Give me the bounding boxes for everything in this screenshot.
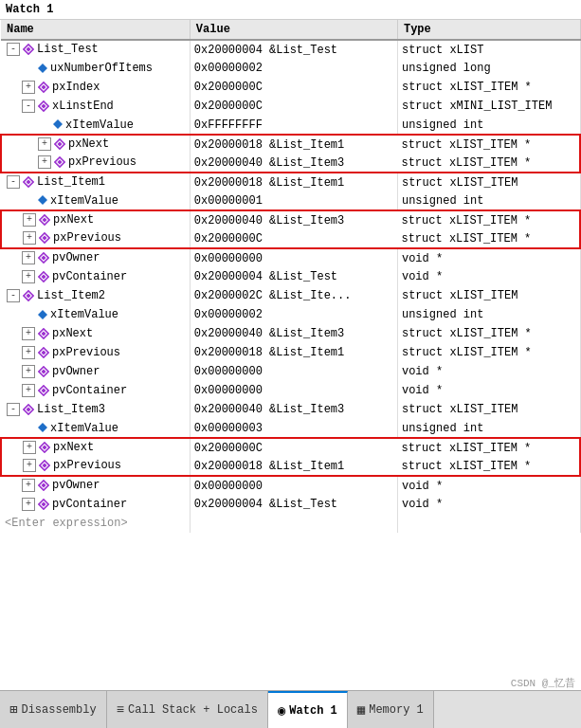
row-name: pvOwner	[52, 365, 100, 378]
name-cell: - List_Item2	[1, 286, 190, 305]
table-row[interactable]: <Enter expression>	[1, 514, 580, 533]
table-row[interactable]: + pxPrevious0x20000040 &List_Item3struct…	[1, 154, 580, 173]
struct-icon	[22, 403, 37, 416]
type-cell: void *	[397, 362, 580, 381]
svg-marker-10	[53, 119, 63, 129]
value-cell: 0x00000001	[190, 191, 397, 210]
row-name: pvOwner	[52, 479, 100, 492]
expand-button[interactable]: +	[22, 81, 35, 94]
table-row[interactable]: - List_Item20x2000002C &List_Ite...struc…	[1, 286, 580, 305]
table-row[interactable]: xItemValue0x00000001unsigned int	[1, 191, 580, 210]
expand-button[interactable]: +	[22, 346, 35, 359]
name-cell: - xLinstEnd	[1, 97, 190, 116]
tab-icon-memory1: ▦	[357, 701, 365, 718]
table-row[interactable]: xItemValue0xFFFFFFFFunsigned int	[1, 116, 580, 135]
expand-button[interactable]: +	[22, 498, 35, 511]
bottom-tabs: ⊞Disassembly≡Call Stack + Locals◉Watch 1…	[0, 690, 581, 728]
table-row[interactable]: + pxPrevious0x2000000Cstruct xLIST_ITEM …	[1, 229, 580, 248]
name-cell: + pxNext	[1, 135, 190, 154]
table-row[interactable]: + pvContainer0x20000004 &List_Testvoid *	[1, 267, 580, 286]
type-cell: void *	[397, 476, 580, 495]
table-row[interactable]: + pxPrevious0x20000018 &List_Item1struct…	[1, 343, 580, 362]
table-row[interactable]: + pvContainer0x00000000void *	[1, 381, 580, 400]
name-cell: + pvContainer	[1, 267, 190, 286]
type-cell: struct xLIST	[397, 40, 580, 59]
tab-memory1[interactable]: ▦Memory 1	[348, 691, 434, 728]
table-row[interactable]: uxNumberOfItems0x00000002unsigned long	[1, 59, 580, 78]
value-cell: 0x20000040 &List_Item3	[190, 324, 397, 343]
tab-watch1[interactable]: ◉Watch 1	[268, 691, 348, 728]
row-name: <Enter expression>	[5, 517, 128, 530]
table-row[interactable]: - List_Item10x20000018 &List_Item1struct…	[1, 173, 580, 191]
row-name: pxPrevious	[53, 231, 121, 245]
expand-button[interactable]: +	[38, 137, 51, 151]
expand-button[interactable]: -	[7, 289, 20, 302]
expand-button[interactable]: +	[22, 365, 35, 378]
value-cell: 0x2000000C	[190, 97, 397, 116]
struct-icon	[37, 498, 52, 511]
row-name: pxNext	[53, 441, 94, 454]
row-name: pxNext	[68, 137, 109, 151]
expand-button[interactable]: +	[23, 213, 36, 227]
name-cell: + pxIndex	[1, 78, 190, 97]
struct-icon	[37, 384, 52, 397]
table-row[interactable]: + pxPrevious0x20000018 &List_Item1struct…	[1, 457, 580, 476]
name-cell: + pxPrevious	[1, 343, 190, 362]
table-row[interactable]: xItemValue0x00000002unsigned int	[1, 305, 580, 324]
expand-button[interactable]: -	[7, 43, 20, 56]
name-cell: - List_Item1	[1, 173, 190, 191]
expand-button[interactable]: +	[22, 270, 35, 283]
type-cell: unsigned long	[397, 59, 580, 78]
expand-button[interactable]: -	[7, 175, 20, 189]
tab-label-memory1: Memory 1	[369, 703, 424, 717]
table-row[interactable]: + pvOwner0x00000000void *	[1, 362, 580, 381]
row-name: List_Test	[37, 43, 99, 56]
type-cell: struct xMINI_LIST_ITEM	[397, 97, 580, 116]
expand-button[interactable]: +	[38, 155, 51, 169]
svg-marker-3	[38, 64, 47, 73]
type-cell: struct xLIST_ITEM *	[397, 210, 580, 229]
tab-icon-disassembly: ⊞	[9, 701, 17, 718]
table-row[interactable]: + pvContainer0x20000004 &List_Testvoid *	[1, 495, 580, 514]
table-row[interactable]: xItemValue0x00000003unsigned int	[1, 419, 580, 438]
name-cell: xItemValue	[1, 116, 190, 135]
tab-disassembly[interactable]: ⊞Disassembly	[0, 691, 107, 728]
type-cell: struct xLIST_ITEM *	[397, 154, 580, 173]
expand-button[interactable]: +	[22, 251, 35, 264]
name-cell: + pvOwner	[1, 362, 190, 381]
table-row[interactable]: - List_Item30x20000040 &List_Item3struct…	[1, 400, 580, 419]
name-cell: xItemValue	[1, 419, 190, 438]
expand-button[interactable]: +	[22, 327, 35, 340]
table-row[interactable]: + pxNext0x20000018 &List_Item1struct xLI…	[1, 135, 580, 154]
name-cell: + pxPrevious	[1, 154, 190, 173]
table-row[interactable]: + pxNext0x20000040 &List_Item3struct xLI…	[1, 210, 580, 229]
table-row[interactable]: - xLinstEnd0x2000000Cstruct xMINI_LIST_I…	[1, 97, 580, 116]
expand-button[interactable]: +	[23, 231, 36, 245]
column-headers: Name Value Type	[1, 20, 580, 40]
tab-call_stack[interactable]: ≡Call Stack + Locals	[107, 691, 268, 728]
struct-icon	[37, 251, 52, 264]
expand-button[interactable]: -	[22, 100, 35, 113]
row-name: xItemValue	[50, 308, 118, 321]
name-cell: + pvContainer	[1, 495, 190, 514]
struct-icon	[53, 155, 68, 169]
expand-button[interactable]: +	[22, 384, 35, 397]
table-row[interactable]: + pvOwner0x00000000void *	[1, 476, 580, 495]
table-row[interactable]: + pvOwner0x00000000void *	[1, 248, 580, 267]
type-cell: unsigned int	[397, 191, 580, 210]
value-cell	[190, 514, 397, 533]
struct-icon	[37, 100, 52, 113]
type-cell	[397, 514, 580, 533]
window-title: Watch 1	[6, 3, 53, 16]
expand-button[interactable]: +	[22, 479, 35, 492]
table-row[interactable]: + pxNext0x2000000Cstruct xLIST_ITEM *	[1, 438, 580, 457]
value-cell: 0x20000040 &List_Item3	[190, 400, 397, 419]
expand-button[interactable]: +	[23, 459, 36, 472]
table-row[interactable]: - List_Test0x20000004 &List_Teststruct x…	[1, 40, 580, 59]
expand-button[interactable]: -	[7, 403, 20, 416]
table-row[interactable]: + pxNext0x20000040 &List_Item3struct xLI…	[1, 324, 580, 343]
row-name: xLinstEnd	[52, 100, 114, 113]
table-row[interactable]: + pxIndex0x2000000Cstruct xLIST_ITEM *	[1, 78, 580, 97]
type-cell: struct xLIST_ITEM *	[397, 343, 580, 362]
expand-button[interactable]: +	[23, 441, 36, 454]
